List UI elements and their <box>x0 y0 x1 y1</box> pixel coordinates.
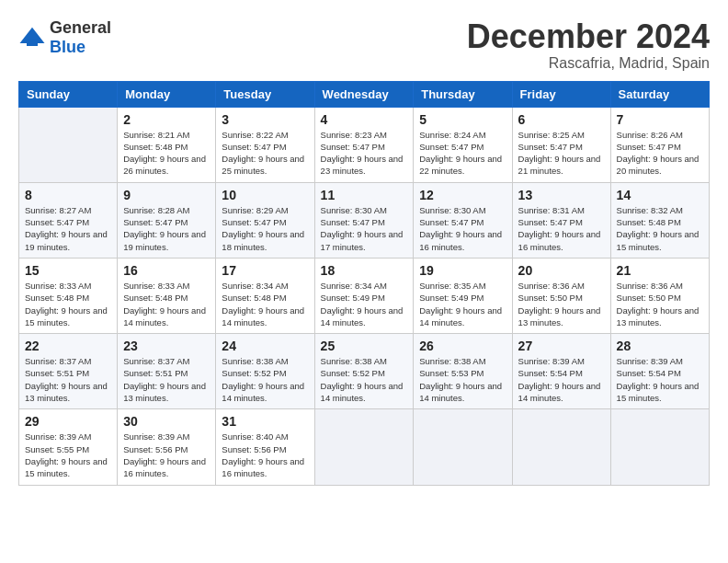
day-info: Sunrise: 8:39 AMSunset: 5:54 PMDaylight:… <box>617 355 703 404</box>
table-row: 3Sunrise: 8:22 AMSunset: 5:47 PMDaylight… <box>216 107 314 182</box>
col-thursday: Thursday <box>414 81 512 107</box>
title-area: December 2024 Rascafria, Madrid, Spain <box>467 18 710 72</box>
calendar-week-row: 8Sunrise: 8:27 AMSunset: 5:47 PMDaylight… <box>19 182 710 258</box>
day-info: Sunrise: 8:38 AMSunset: 5:52 PMDaylight:… <box>321 355 408 404</box>
logo-text: General Blue <box>50 18 111 57</box>
table-row: 20Sunrise: 8:36 AMSunset: 5:50 PMDayligh… <box>512 258 610 333</box>
table-row: 16Sunrise: 8:33 AMSunset: 5:48 PMDayligh… <box>118 258 216 333</box>
day-number: 23 <box>123 339 210 353</box>
day-info: Sunrise: 8:39 AMSunset: 5:54 PMDaylight:… <box>518 355 605 404</box>
table-row <box>314 409 414 485</box>
table-row: 6Sunrise: 8:25 AMSunset: 5:47 PMDaylight… <box>512 107 610 182</box>
day-info: Sunrise: 8:26 AMSunset: 5:47 PMDaylight:… <box>617 129 703 178</box>
table-row: 27Sunrise: 8:39 AMSunset: 5:54 PMDayligh… <box>512 334 610 409</box>
day-info: Sunrise: 8:24 AMSunset: 5:47 PMDaylight:… <box>419 129 506 178</box>
day-info: Sunrise: 8:28 AMSunset: 5:47 PMDaylight:… <box>123 204 210 253</box>
col-monday: Monday <box>118 81 216 107</box>
table-row: 31Sunrise: 8:40 AMSunset: 5:56 PMDayligh… <box>216 409 314 485</box>
day-info: Sunrise: 8:39 AMSunset: 5:56 PMDaylight:… <box>123 431 210 479</box>
day-number: 11 <box>321 188 408 202</box>
day-info: Sunrise: 8:33 AMSunset: 5:48 PMDaylight:… <box>25 280 111 328</box>
day-number: 17 <box>222 263 308 278</box>
table-row <box>414 409 512 485</box>
day-info: Sunrise: 8:36 AMSunset: 5:50 PMDaylight:… <box>518 280 605 328</box>
day-number: 9 <box>123 188 210 202</box>
day-info: Sunrise: 8:32 AMSunset: 5:48 PMDaylight:… <box>617 204 703 253</box>
table-row: 26Sunrise: 8:38 AMSunset: 5:53 PMDayligh… <box>414 334 512 409</box>
month-title: December 2024 <box>467 18 710 55</box>
day-number: 13 <box>518 188 605 202</box>
table-row: 14Sunrise: 8:32 AMSunset: 5:48 PMDayligh… <box>610 182 709 258</box>
table-row <box>512 409 610 485</box>
day-number: 20 <box>518 263 605 278</box>
col-sunday: Sunday <box>19 81 118 107</box>
calendar-week-row: 2Sunrise: 8:21 AMSunset: 5:48 PMDaylight… <box>19 107 710 182</box>
table-row: 7Sunrise: 8:26 AMSunset: 5:47 PMDaylight… <box>610 107 709 182</box>
day-number: 30 <box>123 414 210 429</box>
day-number: 19 <box>419 263 506 278</box>
table-row <box>610 409 709 485</box>
calendar: Sunday Monday Tuesday Wednesday Thursday… <box>18 81 710 486</box>
location-title: Rascafria, Madrid, Spain <box>467 55 710 72</box>
day-number: 18 <box>321 263 408 278</box>
table-row: 2Sunrise: 8:21 AMSunset: 5:48 PMDaylight… <box>118 107 216 182</box>
day-number: 29 <box>25 414 111 429</box>
day-number: 16 <box>123 263 210 278</box>
table-row: 9Sunrise: 8:28 AMSunset: 5:47 PMDaylight… <box>118 182 216 258</box>
table-row: 29Sunrise: 8:39 AMSunset: 5:55 PMDayligh… <box>19 409 118 485</box>
table-row: 10Sunrise: 8:29 AMSunset: 5:47 PMDayligh… <box>216 182 314 258</box>
table-row: 15Sunrise: 8:33 AMSunset: 5:48 PMDayligh… <box>19 258 118 333</box>
day-info: Sunrise: 8:37 AMSunset: 5:51 PMDaylight:… <box>25 355 111 404</box>
logo-blue: Blue <box>50 38 111 57</box>
day-info: Sunrise: 8:35 AMSunset: 5:49 PMDaylight:… <box>419 280 506 328</box>
day-info: Sunrise: 8:22 AMSunset: 5:47 PMDaylight:… <box>222 129 308 178</box>
day-info: Sunrise: 8:30 AMSunset: 5:47 PMDaylight:… <box>419 204 506 253</box>
day-info: Sunrise: 8:21 AMSunset: 5:48 PMDaylight:… <box>123 129 210 178</box>
table-row: 8Sunrise: 8:27 AMSunset: 5:47 PMDaylight… <box>19 182 118 258</box>
day-info: Sunrise: 8:31 AMSunset: 5:47 PMDaylight:… <box>518 204 605 253</box>
logo: General Blue <box>18 18 111 57</box>
table-row: 25Sunrise: 8:38 AMSunset: 5:52 PMDayligh… <box>314 334 414 409</box>
day-number: 4 <box>321 112 408 127</box>
table-row: 22Sunrise: 8:37 AMSunset: 5:51 PMDayligh… <box>19 334 118 409</box>
day-info: Sunrise: 8:34 AMSunset: 5:48 PMDaylight:… <box>222 280 308 328</box>
day-info: Sunrise: 8:38 AMSunset: 5:53 PMDaylight:… <box>419 355 506 404</box>
day-number: 26 <box>419 339 506 353</box>
table-row: 17Sunrise: 8:34 AMSunset: 5:48 PMDayligh… <box>216 258 314 333</box>
day-number: 31 <box>222 414 308 429</box>
day-number: 15 <box>25 263 111 278</box>
calendar-week-row: 15Sunrise: 8:33 AMSunset: 5:48 PMDayligh… <box>19 258 710 333</box>
calendar-week-row: 22Sunrise: 8:37 AMSunset: 5:51 PMDayligh… <box>19 334 710 409</box>
day-number: 25 <box>321 339 408 353</box>
col-wednesday: Wednesday <box>314 81 414 107</box>
table-row: 23Sunrise: 8:37 AMSunset: 5:51 PMDayligh… <box>118 334 216 409</box>
header: General Blue December 2024 Rascafria, Ma… <box>18 18 710 72</box>
table-row: 18Sunrise: 8:34 AMSunset: 5:49 PMDayligh… <box>314 258 414 333</box>
day-info: Sunrise: 8:27 AMSunset: 5:47 PMDaylight:… <box>25 204 111 253</box>
day-number: 6 <box>518 112 605 127</box>
table-row: 11Sunrise: 8:30 AMSunset: 5:47 PMDayligh… <box>314 182 414 258</box>
day-number: 12 <box>419 188 506 202</box>
table-row: 13Sunrise: 8:31 AMSunset: 5:47 PMDayligh… <box>512 182 610 258</box>
day-info: Sunrise: 8:37 AMSunset: 5:51 PMDaylight:… <box>123 355 210 404</box>
day-info: Sunrise: 8:39 AMSunset: 5:55 PMDaylight:… <box>25 431 111 479</box>
day-number: 7 <box>617 112 703 127</box>
day-number: 5 <box>419 112 506 127</box>
day-info: Sunrise: 8:25 AMSunset: 5:47 PMDaylight:… <box>518 129 605 178</box>
table-row: 30Sunrise: 8:39 AMSunset: 5:56 PMDayligh… <box>118 409 216 485</box>
table-row: 21Sunrise: 8:36 AMSunset: 5:50 PMDayligh… <box>610 258 709 333</box>
day-info: Sunrise: 8:29 AMSunset: 5:47 PMDaylight:… <box>222 204 308 253</box>
calendar-week-row: 29Sunrise: 8:39 AMSunset: 5:55 PMDayligh… <box>19 409 710 485</box>
day-number: 28 <box>617 339 703 353</box>
table-row: 28Sunrise: 8:39 AMSunset: 5:54 PMDayligh… <box>610 334 709 409</box>
col-tuesday: Tuesday <box>216 81 314 107</box>
day-number: 8 <box>25 188 111 202</box>
col-saturday: Saturday <box>610 81 709 107</box>
table-row: 5Sunrise: 8:24 AMSunset: 5:47 PMDaylight… <box>414 107 512 182</box>
day-info: Sunrise: 8:40 AMSunset: 5:56 PMDaylight:… <box>222 431 308 479</box>
col-friday: Friday <box>512 81 610 107</box>
day-number: 10 <box>222 188 308 202</box>
day-number: 14 <box>617 188 703 202</box>
day-number: 27 <box>518 339 605 353</box>
logo-icon <box>18 24 46 52</box>
